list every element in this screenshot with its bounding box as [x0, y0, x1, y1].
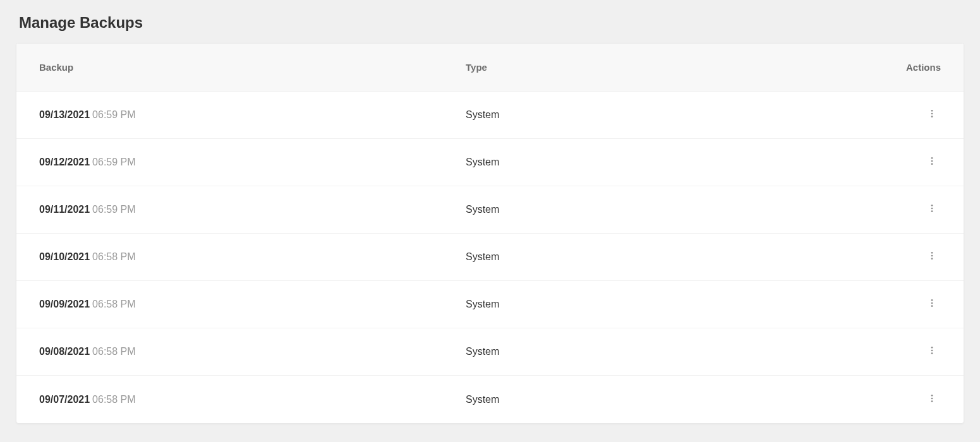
- svg-point-8: [931, 210, 933, 212]
- cell-backup: 09/09/202106:58 PM: [39, 299, 466, 310]
- row-actions-button[interactable]: [923, 296, 941, 313]
- row-actions-button[interactable]: [923, 391, 941, 409]
- backup-date: 09/12/2021: [39, 157, 90, 167]
- table-body: 09/13/202106:59 PMSystem09/12/202106:59 …: [16, 92, 964, 423]
- svg-point-12: [931, 299, 933, 301]
- backup-time: 06:59 PM: [92, 157, 135, 167]
- cell-actions: [890, 296, 941, 313]
- backup-time: 06:59 PM: [92, 109, 135, 120]
- cell-backup: 09/11/202106:59 PM: [39, 204, 466, 215]
- backup-date: 09/07/2021: [39, 394, 90, 405]
- cell-type: System: [466, 204, 890, 215]
- backup-type: System: [466, 299, 499, 309]
- cell-type: System: [466, 346, 890, 357]
- cell-actions: [890, 153, 941, 171]
- row-actions-button[interactable]: [923, 248, 941, 266]
- svg-point-20: [931, 400, 933, 402]
- svg-point-3: [931, 157, 933, 159]
- kebab-icon: [927, 156, 937, 169]
- table-row: 09/12/202106:59 PMSystem: [16, 139, 964, 186]
- svg-point-19: [931, 397, 933, 399]
- svg-point-18: [931, 395, 933, 397]
- backup-time: 06:58 PM: [92, 299, 135, 309]
- cell-backup: 09/10/202106:58 PM: [39, 251, 466, 263]
- backup-type: System: [466, 251, 499, 262]
- backup-date: 09/13/2021: [39, 109, 90, 120]
- cell-type: System: [466, 157, 890, 168]
- svg-point-16: [931, 350, 933, 352]
- backup-type: System: [466, 109, 499, 120]
- svg-point-6: [931, 205, 933, 206]
- page-title: Manage Backups: [0, 0, 980, 32]
- backup-date: 09/09/2021: [39, 299, 90, 309]
- table-row: 09/10/202106:58 PMSystem: [16, 234, 964, 281]
- header-actions: Actions: [890, 62, 941, 73]
- svg-point-5: [931, 163, 933, 165]
- table-row: 09/08/202106:58 PMSystem: [16, 328, 964, 376]
- svg-point-2: [931, 116, 933, 117]
- cell-backup: 09/08/202106:58 PM: [39, 346, 466, 357]
- backup-time: 06:58 PM: [92, 346, 135, 357]
- table-row: 09/11/202106:59 PMSystem: [16, 186, 964, 234]
- svg-point-9: [931, 252, 933, 254]
- backup-type: System: [466, 204, 499, 215]
- svg-point-10: [931, 255, 933, 257]
- header-type: Type: [466, 62, 890, 73]
- backup-type: System: [466, 394, 499, 405]
- svg-point-0: [931, 110, 933, 112]
- svg-point-17: [931, 352, 933, 354]
- cell-backup: 09/12/202106:59 PM: [39, 157, 466, 168]
- svg-point-13: [931, 302, 933, 304]
- kebab-icon: [927, 251, 937, 263]
- svg-point-4: [931, 160, 933, 162]
- row-actions-button[interactable]: [923, 343, 941, 361]
- backup-date: 09/08/2021: [39, 346, 90, 357]
- svg-point-1: [931, 113, 933, 115]
- kebab-icon: [927, 298, 937, 311]
- kebab-icon: [927, 393, 937, 406]
- table-header: Backup Type Actions: [16, 44, 964, 92]
- kebab-icon: [927, 109, 937, 121]
- table-row: 09/07/202106:58 PMSystem: [16, 376, 964, 423]
- svg-point-11: [931, 258, 933, 260]
- backup-date: 09/11/2021: [39, 204, 90, 215]
- row-actions-button[interactable]: [923, 201, 941, 218]
- cell-backup: 09/07/202106:58 PM: [39, 394, 466, 405]
- svg-point-15: [931, 347, 933, 349]
- backup-time: 06:58 PM: [92, 394, 135, 405]
- cell-type: System: [466, 299, 890, 310]
- backup-time: 06:59 PM: [92, 204, 135, 215]
- header-backup: Backup: [39, 62, 466, 73]
- cell-type: System: [466, 251, 890, 263]
- backup-date: 09/10/2021: [39, 251, 90, 262]
- table-row: 09/09/202106:58 PMSystem: [16, 281, 964, 328]
- svg-point-14: [931, 305, 933, 307]
- cell-actions: [890, 106, 941, 124]
- row-actions-button[interactable]: [923, 106, 941, 124]
- backups-card: Backup Type Actions 09/13/202106:59 PMSy…: [16, 43, 964, 424]
- cell-actions: [890, 248, 941, 266]
- kebab-icon: [927, 345, 937, 358]
- table-row: 09/13/202106:59 PMSystem: [16, 92, 964, 139]
- cell-backup: 09/13/202106:59 PM: [39, 109, 466, 121]
- kebab-icon: [927, 203, 937, 216]
- svg-point-7: [931, 208, 933, 210]
- backup-type: System: [466, 157, 499, 167]
- cell-type: System: [466, 109, 890, 121]
- cell-actions: [890, 391, 941, 409]
- cell-actions: [890, 343, 941, 361]
- backup-time: 06:58 PM: [92, 251, 135, 262]
- backup-type: System: [466, 346, 499, 357]
- row-actions-button[interactable]: [923, 153, 941, 171]
- cell-actions: [890, 201, 941, 218]
- cell-type: System: [466, 394, 890, 405]
